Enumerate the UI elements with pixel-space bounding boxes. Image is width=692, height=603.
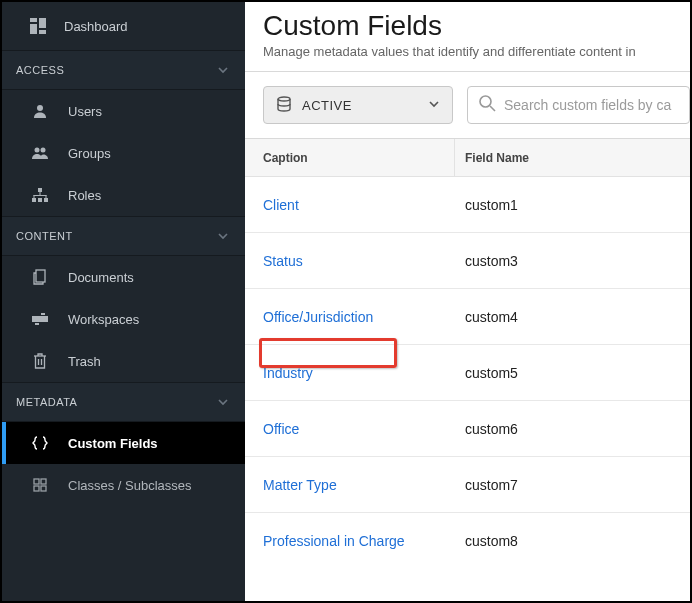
caption-link[interactable]: Industry (263, 365, 313, 381)
braces-icon (30, 436, 50, 450)
svg-rect-19 (34, 479, 39, 484)
custom-fields-table: Caption Field Name Clientcustom1Statuscu… (245, 139, 690, 569)
search-input[interactable] (504, 97, 679, 113)
dropdown-value: ACTIVE (302, 98, 352, 113)
svg-rect-15 (36, 270, 45, 282)
nav-label: Users (68, 104, 102, 119)
field-name: custom6 (455, 421, 690, 437)
field-name: custom3 (455, 253, 690, 269)
chevron-down-icon (428, 96, 440, 114)
table-row: Office/Jurisdictioncustom4 (245, 289, 690, 345)
caption-link[interactable]: Matter Type (263, 477, 337, 493)
col-header-field[interactable]: Field Name (455, 151, 690, 165)
table-header: Caption Field Name (245, 139, 690, 177)
sidebar: Dashboard ACCESS Users Groups Roles (2, 2, 245, 601)
caption-link[interactable]: Professional in Charge (263, 533, 405, 549)
section-title: METADATA (16, 396, 77, 408)
svg-rect-18 (35, 323, 39, 325)
caption-link[interactable]: Status (263, 253, 303, 269)
table-row: Matter Typecustom7 (245, 457, 690, 513)
svg-rect-9 (38, 198, 42, 202)
nav-label: Classes / Subclasses (68, 478, 192, 493)
workspaces-icon (30, 313, 50, 325)
svg-rect-2 (39, 18, 46, 28)
sidebar-item-classes[interactable]: Classes / Subclasses (2, 464, 245, 506)
section-title: CONTENT (16, 230, 73, 242)
field-name: custom7 (455, 477, 690, 493)
main-content: Custom Fields Manage metadata values tha… (245, 2, 690, 601)
svg-point-23 (278, 97, 290, 101)
svg-rect-21 (34, 486, 39, 491)
svg-rect-13 (34, 195, 35, 198)
svg-rect-22 (41, 486, 46, 491)
nav-label: Roles (68, 188, 101, 203)
section-title: ACCESS (16, 64, 64, 76)
sidebar-item-roles[interactable]: Roles (2, 174, 245, 216)
section-content[interactable]: CONTENT (2, 216, 245, 256)
svg-rect-14 (46, 195, 47, 198)
svg-point-6 (41, 148, 46, 153)
table-row: Statuscustom3 (245, 233, 690, 289)
documents-icon (30, 269, 50, 285)
page-subtitle: Manage metadata values that identify and… (245, 44, 690, 71)
page-title: Custom Fields (245, 2, 690, 44)
search-icon (478, 94, 496, 116)
user-icon (30, 104, 50, 118)
svg-rect-0 (30, 18, 37, 22)
group-icon (30, 146, 50, 160)
nav-label: Documents (68, 270, 134, 285)
field-name: custom8 (455, 533, 690, 549)
svg-rect-7 (38, 188, 42, 192)
svg-rect-16 (32, 316, 48, 322)
svg-rect-3 (39, 30, 46, 34)
section-metadata[interactable]: METADATA (2, 382, 245, 422)
sidebar-item-dashboard[interactable]: Dashboard (2, 2, 245, 50)
nav-label: Custom Fields (68, 436, 158, 451)
table-row: Professional in Chargecustom8 (245, 513, 690, 569)
database-icon (276, 96, 292, 115)
svg-point-5 (35, 148, 40, 153)
svg-rect-17 (41, 313, 45, 315)
caption-link[interactable]: Client (263, 197, 299, 213)
svg-rect-12 (34, 195, 47, 196)
toolbar: ACTIVE (245, 71, 690, 139)
table-row: Clientcustom1 (245, 177, 690, 233)
nav-label: Groups (68, 146, 111, 161)
sidebar-item-documents[interactable]: Documents (2, 256, 245, 298)
caption-link[interactable]: Office (263, 421, 299, 437)
field-name: custom4 (455, 309, 690, 325)
chevron-down-icon (215, 230, 231, 242)
table-row: Officecustom6 (245, 401, 690, 457)
nav-label: Dashboard (64, 19, 128, 34)
svg-rect-1 (30, 24, 37, 34)
svg-rect-8 (32, 198, 36, 202)
svg-point-4 (37, 105, 43, 111)
field-name: custom5 (455, 365, 690, 381)
table-row: Industrycustom5 (245, 345, 690, 401)
trash-icon (30, 353, 50, 369)
svg-rect-10 (44, 198, 48, 202)
search-field[interactable] (467, 86, 690, 124)
svg-rect-20 (41, 479, 46, 484)
caption-link[interactable]: Office/Jurisdiction (263, 309, 373, 325)
status-dropdown[interactable]: ACTIVE (263, 86, 453, 124)
field-name: custom1 (455, 197, 690, 213)
sidebar-item-custom-fields[interactable]: Custom Fields (2, 422, 245, 464)
sidebar-item-workspaces[interactable]: Workspaces (2, 298, 245, 340)
nav-label: Trash (68, 354, 101, 369)
chevron-down-icon (215, 64, 231, 76)
chevron-down-icon (215, 396, 231, 408)
sidebar-item-users[interactable]: Users (2, 90, 245, 132)
dashboard-icon (28, 18, 48, 34)
section-access[interactable]: ACCESS (2, 50, 245, 90)
sidebar-item-groups[interactable]: Groups (2, 132, 245, 174)
svg-point-24 (480, 96, 491, 107)
roles-icon (30, 188, 50, 202)
nav-label: Workspaces (68, 312, 139, 327)
sidebar-item-trash[interactable]: Trash (2, 340, 245, 382)
classes-icon (30, 478, 50, 492)
col-header-caption[interactable]: Caption (245, 139, 455, 176)
